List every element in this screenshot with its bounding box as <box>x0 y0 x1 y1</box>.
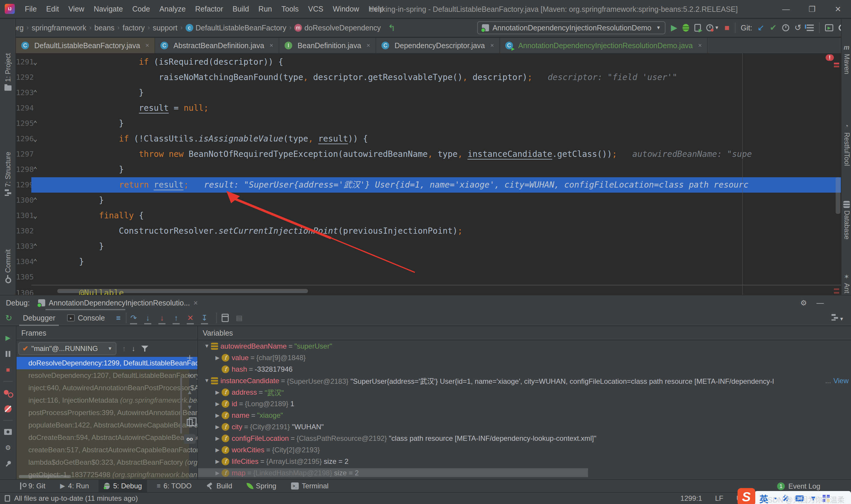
tool-window-button-todo[interactable]: ≡6: TODO <box>151 480 197 492</box>
fold-marker-icon[interactable]: ⌃ <box>31 116 57 131</box>
line-number[interactable]: 1297 <box>16 146 31 162</box>
expand-open-icon[interactable]: ▼ <box>203 378 211 384</box>
resume-icon[interactable]: ▶ <box>3 333 13 343</box>
inspections-error-badge[interactable]: ! <box>826 54 834 61</box>
sidebar-item-1-Project[interactable]: 1: Project <box>0 53 16 91</box>
expand-closed-icon[interactable]: ▶ <box>213 401 222 407</box>
menu-item-edit[interactable]: Edit <box>41 0 64 18</box>
changes-icon[interactable] <box>807 24 814 31</box>
profiler-button[interactable]: ▼ <box>706 24 719 31</box>
mute-breakpoints-icon[interactable] <box>3 404 13 414</box>
sogou-logo-icon[interactable]: S <box>738 488 755 504</box>
fold-marker-icon[interactable] <box>31 101 57 116</box>
expand-open-icon[interactable]: ▼ <box>203 343 211 349</box>
breadcrumb-item[interactable]: factory <box>122 24 146 32</box>
variable-row-instanceCandidate[interactable]: ▼instanceCandidate={SuperUser@2183} "Sup… <box>198 375 851 386</box>
tab-DefaultListableBeanFactory.java[interactable]: CDefaultListableBeanFactory.java× <box>16 38 155 53</box>
fold-marker-icon[interactable] <box>31 146 57 162</box>
fold-marker-icon[interactable]: ⌄ <box>31 131 57 146</box>
coverage-button[interactable] <box>694 24 701 32</box>
tool-window-button-terminal[interactable]: >_Terminal <box>286 480 334 492</box>
move-up-icon[interactable]: ▲ <box>187 389 193 396</box>
line-number[interactable]: 1292 <box>16 70 31 85</box>
line-number[interactable]: 1305 <box>16 269 31 285</box>
fold-marker-icon[interactable]: ⌃ <box>31 193 57 208</box>
fold-marker-icon[interactable] <box>31 223 57 239</box>
line-number[interactable]: 1296 <box>16 131 31 146</box>
editor-horizontal-scrollbar[interactable] <box>57 289 308 293</box>
pause-icon[interactable] <box>3 349 13 359</box>
fold-marker-icon[interactable]: ⌄ <box>31 208 57 223</box>
expand-closed-icon[interactable]: ▶ <box>213 424 222 430</box>
sidebar-item-ant[interactable]: ✶Ant <box>842 273 851 293</box>
line-number[interactable]: 1293 <box>16 85 31 101</box>
view-breakpoints-icon[interactable] <box>3 388 13 398</box>
breadcrumb-item[interactable]: mdoResolveDependency <box>293 24 382 32</box>
menu-item-code[interactable]: Code <box>128 0 155 18</box>
fold-marker-icon[interactable]: ⌃ <box>31 239 57 254</box>
line-number[interactable]: 1302 <box>16 223 31 239</box>
tool-window-button-run[interactable]: ▶4: Run <box>55 480 94 492</box>
menu-item-build[interactable]: Build <box>228 0 254 18</box>
layout-settings-icon[interactable]: ≡ <box>116 313 121 323</box>
line-number[interactable]: 1298 <box>16 162 31 177</box>
frames-horizontal-scrollbar[interactable] <box>19 475 71 478</box>
restore-layout-icon[interactable]: ▼ <box>832 314 844 322</box>
pin-icon[interactable] <box>3 459 13 469</box>
debug-session-tab[interactable]: AnnotationDependencyInjectionResolutio..… <box>38 299 198 307</box>
fold-marker-icon[interactable]: ⌃ <box>31 85 57 101</box>
minimize-button[interactable]: — <box>773 0 799 18</box>
thread-selector[interactable]: ✔ "main"@...RUNNING ▼ <box>18 342 116 355</box>
prev-frame-icon[interactable]: ↑ <box>122 344 126 353</box>
fold-marker-icon[interactable] <box>31 70 57 85</box>
variable-row-name[interactable]: ▶fname="xiaoge" <box>198 410 851 421</box>
fold-marker-icon[interactable]: ⌃ <box>31 162 57 177</box>
line-number[interactable]: 1304 <box>16 254 31 269</box>
variable-row-id[interactable]: ▶fid={Long@2189} 1 <box>198 398 851 410</box>
tool-window-button-git[interactable]: 9: Git <box>14 480 51 492</box>
code-editor[interactable]: 1291⌄ if (isRequired(descriptor)) {1292 … <box>16 53 841 295</box>
menu-item-tools[interactable]: Tools <box>276 0 303 18</box>
show-watches-icon[interactable]: oo <box>184 434 196 444</box>
tool-window-button-spring[interactable]: Spring <box>242 480 282 492</box>
breadcrumb-item[interactable]: cDefaultListableBeanFactory <box>184 24 288 32</box>
evaluate-expression-icon[interactable] <box>222 314 229 322</box>
view-link[interactable]: View <box>833 377 849 385</box>
expand-closed-icon[interactable]: ▶ <box>213 435 222 442</box>
variable-row-autowiredBeanName[interactable]: ▼autowiredBeanName="superUser" <box>198 340 851 352</box>
menu-item-refactor[interactable]: Refactor <box>191 0 228 18</box>
rerun-icon[interactable]: ↻ <box>5 313 12 323</box>
tool-window-button-debug[interactable]: 5: Debug <box>98 480 147 492</box>
line-number[interactable]: 1303 <box>16 239 31 254</box>
line-number[interactable]: 1306 <box>16 285 31 295</box>
move-down-icon[interactable]: ▼ <box>187 404 193 411</box>
tab-AbstractBeanDefinition.java[interactable]: CAbstractBeanDefinition.java× <box>155 38 279 53</box>
sidebar-item-maven[interactable]: mMaven <box>842 44 851 74</box>
run-button[interactable]: ▶ <box>671 24 677 32</box>
expand-closed-icon[interactable]: ▶ <box>213 389 222 396</box>
fold-marker-icon[interactable] <box>31 177 57 193</box>
menu-item-view[interactable]: View <box>64 0 89 18</box>
menu-item-run[interactable]: Run <box>254 0 277 18</box>
fold-marker-icon[interactable] <box>31 285 57 295</box>
close-button[interactable]: ✕ <box>825 0 851 18</box>
close-icon[interactable]: × <box>145 42 149 49</box>
variable-row-map[interactable]: ▶fmap={LinkedHashMap@2198} size = 2 <box>198 467 851 479</box>
fold-marker-icon[interactable]: ⌃ <box>31 254 57 269</box>
line-number[interactable]: 1291 <box>16 54 31 70</box>
debug-button[interactable] <box>683 24 689 32</box>
close-icon[interactable]: × <box>366 42 370 49</box>
menu-item-file[interactable]: File <box>20 0 41 18</box>
line-number[interactable]: 1300 <box>16 193 31 208</box>
variable-row-lifeCities[interactable]: ▶flifeCities={ArrayList@2195} size = 2 <box>198 455 851 467</box>
caret-position[interactable]: 1299:1 <box>681 494 702 503</box>
force-step-into-icon[interactable]: ↓ <box>155 313 169 323</box>
menu-item-analyze[interactable]: Analyze <box>155 0 191 18</box>
menu-item-window[interactable]: Window <box>328 0 364 18</box>
variable-row-address[interactable]: ▶faddress="武汉" <box>198 386 851 398</box>
tab-BeanDefinition.java[interactable]: IBeanDefinition.java× <box>279 38 376 53</box>
stop-button[interactable]: ■ <box>725 24 729 32</box>
line-number[interactable]: 1295 <box>16 116 31 131</box>
breadcrumb-item[interactable]: springframework <box>31 24 88 32</box>
rollback-icon[interactable]: ↺ <box>795 24 801 32</box>
